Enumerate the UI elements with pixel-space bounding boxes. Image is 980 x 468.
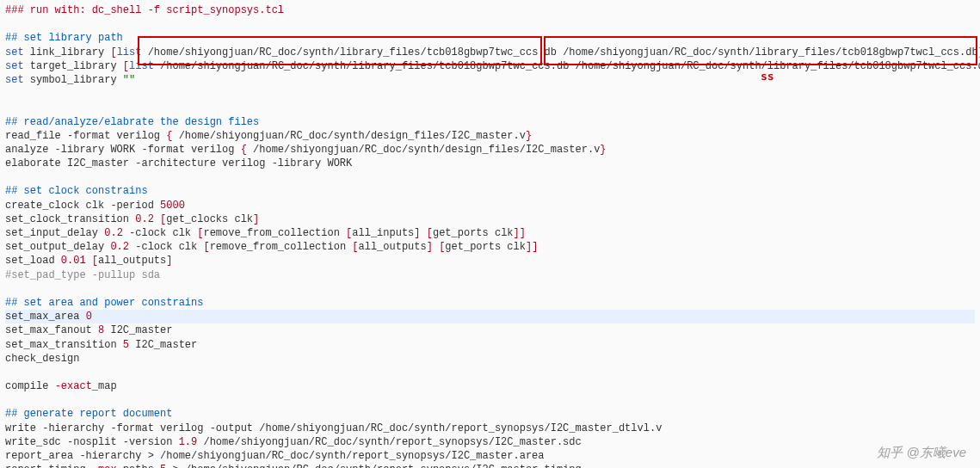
- kw-set: set: [5, 60, 24, 72]
- var: link_library: [30, 46, 104, 58]
- code-blank: [5, 366, 975, 379]
- code-line: elaborate I2C_master -architecture veril…: [5, 157, 975, 170]
- code-blank: [5, 170, 975, 184]
- code-line: ## generate report document: [5, 407, 975, 421]
- code-line: set_load 0.01 [all_outputs]: [5, 254, 975, 268]
- code-line: compile -exact_map: [5, 379, 975, 393]
- kw-set: set: [5, 74, 24, 86]
- code-line: write -hierarchy -format verilog -output…: [5, 422, 975, 435]
- path: /home/shiyongjuan/RC_doc/synth/library_f…: [576, 60, 980, 72]
- code-blank: [5, 17, 975, 31]
- code-line: create_clock clk -period 5000: [5, 199, 975, 212]
- code-line: set target_library [list /home/shiyongju…: [5, 59, 975, 73]
- code-line: read_file -format verilog { /home/shiyon…: [5, 129, 975, 143]
- annotation-ss: ss: [761, 69, 774, 84]
- code-line: analyze -library WORK -format verilog { …: [5, 143, 975, 157]
- code-line: ## set area and power constrains: [5, 296, 975, 310]
- kw-list: list: [129, 60, 154, 72]
- code-blank: [5, 87, 975, 101]
- path: /home/shiyongjuan/RC_doc/synth/design_fi…: [179, 130, 526, 142]
- code-line: #set_pad_type -pullup sda: [5, 268, 975, 282]
- code-blank: [5, 101, 975, 114]
- path: /home/shiyongjuan/RC_doc/synth/report_sy…: [160, 450, 544, 462]
- code-line: report_area -hierarchy > /home/shiyongju…: [5, 449, 975, 463]
- code-line: ## set clock constrains: [5, 184, 975, 198]
- code-line: set symbol_library "": [5, 73, 975, 87]
- path: /home/shiyongjuan/RC_doc/synth/report_sy…: [185, 464, 582, 468]
- watermark: 知乎 @东曦eve: [877, 444, 966, 461]
- code-blank: [5, 282, 975, 296]
- code-line: ## set library path: [5, 31, 975, 45]
- code-line: report_timing -max_paths 5 > /home/shiyo…: [5, 463, 975, 468]
- code-line: set_output_delay 0.2 -clock clk [remove_…: [5, 240, 975, 254]
- code-line: set link_library [list /home/shiyongjuan…: [5, 46, 975, 59]
- string-empty: "": [123, 74, 135, 86]
- code-line: set_max_fanout 8 I2C_master: [5, 323, 975, 337]
- code-line: set_clock_transition 0.2 [get_clocks clk…: [5, 212, 975, 226]
- path: /home/shiyongjuan/RC_doc/synth/library_f…: [148, 46, 557, 58]
- path: /home/shiyongjuan/RC_doc/synth/report_sy…: [203, 436, 581, 448]
- path: /home/shiyongjuan/RC_doc/synth/library_f…: [160, 60, 569, 72]
- path: /home/shiyongjuan/RC_doc/synth/library_f…: [563, 46, 977, 58]
- code-line: write_sdc -nosplit -version 1.9 /home/sh…: [5, 435, 975, 449]
- code-line: set_input_delay 0.2 -clock clk [remove_f…: [5, 226, 975, 240]
- code-line: set_max_transition 5 I2C_master: [5, 338, 975, 352]
- path: /home/shiyongjuan/RC_doc/synth/design_fi…: [253, 144, 600, 156]
- var: target_library: [30, 60, 117, 72]
- code-line-highlighted: set_max_area 0: [5, 310, 975, 323]
- kw-set: set: [5, 46, 24, 58]
- code-line: ## read/analyze/elabrate the design file…: [5, 115, 975, 129]
- path: /home/shiyongjuan/RC_doc/synth/report_sy…: [259, 422, 662, 434]
- var: symbol_library: [30, 74, 117, 86]
- code-blank: [5, 393, 975, 407]
- code-line: check_design: [5, 352, 975, 366]
- kw-list: list: [117, 46, 142, 58]
- code-line: ### run with: dc_shell -f script_synopsy…: [5, 3, 975, 17]
